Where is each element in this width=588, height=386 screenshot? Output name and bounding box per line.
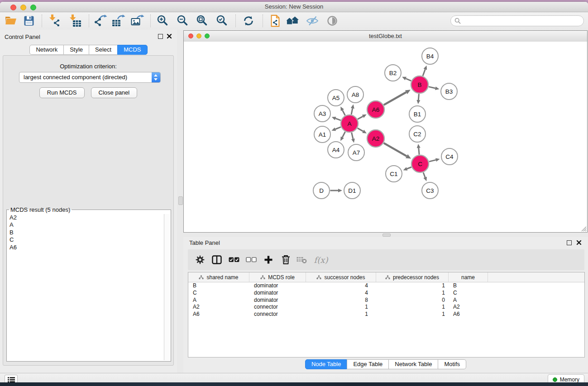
graph-node-B[interactable]: B bbox=[411, 76, 428, 93]
graph-node-B1[interactable]: B1 bbox=[409, 106, 425, 122]
column-header-successor-nodes[interactable]: successor nodes bbox=[306, 272, 376, 282]
open-session-icon[interactable] bbox=[4, 14, 18, 28]
select-all-checkboxes-icon[interactable] bbox=[227, 253, 241, 267]
graph-node-A8[interactable]: A8 bbox=[347, 86, 363, 103]
run-mcds-button[interactable]: Run MCDS bbox=[39, 87, 85, 98]
network-graph[interactable]: B4B2BB3A8A5A6A3B1AC2A1A2A4A7C4CC1DD1C3 bbox=[184, 42, 587, 232]
tab-motifs[interactable]: Motifs bbox=[438, 359, 466, 369]
delete-column-trash-icon[interactable] bbox=[279, 253, 292, 267]
session-details-icon[interactable] bbox=[268, 14, 282, 28]
function-builder-icon[interactable]: f(x) bbox=[311, 253, 331, 267]
mcds-result-item[interactable]: A2 bbox=[7, 214, 164, 221]
graph-edge-A-A6[interactable] bbox=[358, 116, 363, 119]
optimization-criterion-dropdown[interactable]: largest connected component (directed) bbox=[19, 72, 161, 83]
delete-table-icon[interactable] bbox=[295, 253, 309, 267]
graph-node-C2[interactable]: C2 bbox=[409, 126, 425, 142]
close-panel-button[interactable]: Close panel bbox=[91, 87, 138, 98]
show-all-networks-icon[interactable] bbox=[285, 14, 300, 28]
graph-edge-C-C1[interactable] bbox=[407, 167, 411, 169]
mcds-result-item[interactable]: B bbox=[7, 229, 164, 236]
import-network-icon[interactable] bbox=[47, 14, 62, 28]
import-table-icon[interactable] bbox=[67, 14, 82, 28]
column-header-shared-name[interactable]: shared name bbox=[188, 272, 249, 282]
horizontal-splitter[interactable] bbox=[183, 233, 588, 237]
column-header-mcds-role[interactable]: MCDS role bbox=[249, 272, 306, 282]
graph-node-C4[interactable]: C4 bbox=[441, 148, 458, 165]
graph-node-B2[interactable]: B2 bbox=[385, 65, 401, 81]
graph-edge-B-B3[interactable] bbox=[429, 87, 435, 88]
mcds-result-item[interactable]: A bbox=[7, 221, 164, 229]
tab-network-table[interactable]: Network Table bbox=[388, 359, 438, 369]
export-table-icon[interactable] bbox=[111, 14, 126, 28]
zoom-in-icon[interactable] bbox=[156, 14, 170, 28]
column-header-name[interactable]: name bbox=[449, 272, 488, 282]
graph-edge-C-C4[interactable] bbox=[429, 160, 436, 162]
graph-edge-A-A7[interactable] bbox=[352, 133, 353, 139]
graph-edge-A2-C[interactable] bbox=[384, 143, 407, 156]
splitter-grip[interactable] bbox=[178, 196, 183, 205]
graph-node-C3[interactable]: C3 bbox=[422, 182, 438, 199]
table-row[interactable]: A2connector11A2 bbox=[188, 304, 584, 311]
graph-node-C[interactable]: C bbox=[411, 155, 429, 172]
graph-node-A2[interactable]: A2 bbox=[367, 130, 384, 147]
zoom-fit-icon[interactable] bbox=[195, 14, 210, 28]
export-image-icon[interactable] bbox=[130, 14, 145, 28]
table-row[interactable]: Cdominator41C bbox=[188, 290, 584, 297]
graph-edge-A-A8[interactable] bbox=[351, 108, 353, 114]
settings-gear-icon[interactable] bbox=[193, 253, 207, 267]
graph-node-C1[interactable]: C1 bbox=[386, 166, 402, 182]
close-panel-icon[interactable] bbox=[167, 33, 172, 39]
zoom-out-icon[interactable] bbox=[176, 14, 190, 28]
close-panel-icon[interactable] bbox=[576, 240, 582, 245]
tab-node-table[interactable]: Node Table bbox=[305, 359, 348, 369]
graph-node-A6[interactable]: A6 bbox=[367, 101, 384, 118]
network-canvas[interactable]: B4B2BB3A8A5A6A3B1AC2A1A2A4A7C4CC1DD1C3 bbox=[184, 42, 587, 232]
split-columns-icon[interactable] bbox=[210, 253, 224, 267]
tab-style[interactable]: Style bbox=[63, 45, 89, 55]
tab-edge-table[interactable]: Edge Table bbox=[347, 359, 389, 369]
mcds-result-item[interactable]: A6 bbox=[7, 244, 164, 251]
search-input[interactable] bbox=[463, 16, 580, 25]
export-network-icon[interactable] bbox=[93, 14, 108, 28]
tab-select[interactable]: Select bbox=[89, 45, 118, 55]
graph-edge-A-A4[interactable] bbox=[342, 132, 345, 137]
resize-grip-icon[interactable] bbox=[581, 226, 587, 232]
mcds-result-item[interactable]: C bbox=[7, 236, 164, 243]
graph-edge-A-A5[interactable] bbox=[342, 110, 345, 115]
mcds-result-list[interactable]: A2ABCA6 bbox=[7, 214, 164, 360]
graph-node-D1[interactable]: D1 bbox=[344, 182, 360, 199]
graph-edge-A6-B[interactable] bbox=[384, 92, 406, 105]
graph-node-A7[interactable]: A7 bbox=[348, 144, 364, 161]
unselect-all-checkboxes-icon[interactable] bbox=[244, 253, 258, 267]
refresh-layout-icon[interactable] bbox=[241, 14, 256, 28]
graph-node-B4[interactable]: B4 bbox=[422, 48, 438, 64]
splitter-grip[interactable] bbox=[382, 234, 391, 237]
save-session-icon[interactable] bbox=[22, 14, 36, 28]
zoom-selected-icon[interactable] bbox=[215, 14, 229, 28]
add-column-icon[interactable] bbox=[262, 253, 275, 267]
graph-node-A1[interactable]: A1 bbox=[314, 126, 330, 143]
graph-edge-B-B2[interactable] bbox=[406, 79, 411, 81]
hide-panel-eye-slash-icon[interactable] bbox=[305, 14, 320, 28]
float-panel-icon[interactable] bbox=[158, 34, 163, 39]
graph-edge-A-A2[interactable] bbox=[358, 128, 363, 131]
graph-node-A3[interactable]: A3 bbox=[314, 105, 330, 122]
graph-edge-A-A3[interactable] bbox=[335, 119, 341, 120]
graph-edge-B-B4[interactable] bbox=[423, 69, 425, 76]
table-row[interactable]: Adominator80A bbox=[188, 297, 584, 304]
table-row[interactable]: A6connector11A6 bbox=[188, 311, 584, 318]
show-panel-eye-icon[interactable] bbox=[325, 14, 339, 28]
graph-node-B3[interactable]: B3 bbox=[441, 83, 457, 100]
graph-node-D[interactable]: D bbox=[313, 182, 330, 199]
graph-node-A5[interactable]: A5 bbox=[328, 90, 344, 106]
graph-edge-A-A1[interactable] bbox=[335, 127, 341, 129]
table-row[interactable]: Bdominator41B bbox=[188, 282, 584, 290]
vertical-splitter[interactable] bbox=[177, 30, 183, 373]
float-panel-icon[interactable] bbox=[567, 240, 572, 245]
graph-edge-C-C3[interactable] bbox=[423, 172, 425, 177]
column-header-predecessor-nodes[interactable]: predecessor nodes bbox=[376, 272, 449, 282]
mcds-result-scrollbar[interactable] bbox=[164, 214, 170, 360]
tab-mcds[interactable]: MCDS bbox=[117, 45, 147, 55]
tab-network[interactable]: Network bbox=[29, 45, 64, 55]
graph-node-A[interactable]: A bbox=[341, 115, 358, 132]
